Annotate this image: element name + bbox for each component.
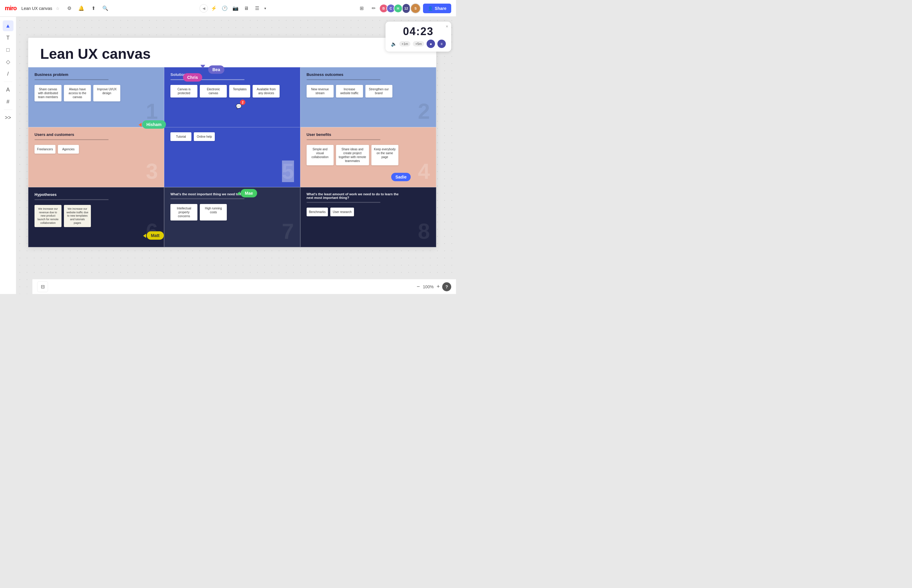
section-title-business-outcomes: Business outcomes: [307, 72, 430, 77]
canvas-grid: Business problem Share canvas with distr…: [28, 67, 436, 247]
section-line-4: [34, 139, 108, 140]
sticky-electronic-canvas[interactable]: Electronic canvas: [200, 85, 227, 97]
section-hypotheses: Hypotheses We increase our revenue due t…: [28, 187, 164, 247]
section-number-5: 5: [282, 160, 294, 182]
sticky-user-research[interactable]: User research: [330, 208, 354, 216]
sidebar-toggle-button[interactable]: ⊟: [37, 281, 48, 292]
sticky-tool[interactable]: ◇: [3, 57, 13, 67]
section-business-outcomes: Business outcomes New revenue stream Inc…: [300, 67, 436, 127]
sticky-simple-visual[interactable]: Simple and visual collaboration: [307, 145, 334, 165]
sticky-improve-uiux[interactable]: Improve UI/UX design: [93, 85, 120, 102]
chat-bubble[interactable]: 💬 2: [233, 101, 244, 111]
current-user-avatar[interactable]: S: [410, 3, 421, 13]
sticky-increase-traffic[interactable]: Increase website traffic: [336, 85, 363, 97]
matt-cursor-arrow: [143, 234, 146, 238]
sticky-canvas-protected[interactable]: Canvas is protected: [170, 85, 197, 97]
topbar-center-tools: ◀ ⚡ 🕐 📷 🖥 ☰ ▾: [200, 3, 267, 13]
zoom-in-button[interactable]: +: [436, 283, 440, 290]
sticky-freelancers[interactable]: Freelancers: [34, 145, 55, 153]
more-tools[interactable]: >>: [3, 112, 13, 123]
hisham-cursor-arrow: [139, 123, 142, 127]
section-line-5: [307, 139, 381, 140]
stickies-solution-ideas-2: Tutorial Online help: [170, 132, 294, 141]
timer-pause-button[interactable]: ⏸: [437, 40, 446, 48]
help-button[interactable]: ?: [442, 282, 451, 291]
document-title[interactable]: Lean UX canvas: [21, 6, 52, 11]
section-number-8: 8: [418, 221, 430, 242]
topbar-right: ⊞ ✏ B C H 12 S 👤 Share: [357, 3, 451, 13]
sticky-intellectual-property[interactable]: Intellectual property concerns: [170, 204, 197, 221]
list-button[interactable]: ☰: [252, 3, 262, 13]
font-tool[interactable]: A: [3, 84, 13, 95]
timer-display: 04:23: [403, 25, 434, 38]
sticky-new-revenue[interactable]: New revenue stream: [307, 85, 334, 97]
timer-controls: 🔈 +1m +5m ■ ⏸: [391, 40, 446, 48]
stop-icon: ■: [430, 42, 432, 45]
cursor-sadie-label: Sadie: [391, 173, 411, 181]
board-title: Lean UX canvas: [28, 38, 436, 67]
pen-tool[interactable]: /: [3, 68, 13, 79]
timer-add5-button[interactable]: +5m: [413, 41, 424, 47]
sticky-always-access[interactable]: Always have access to the canvas: [64, 85, 91, 102]
select-tool[interactable]: ▲: [3, 20, 13, 31]
search-button[interactable]: 🔍: [100, 3, 110, 13]
section-line-8: [307, 202, 381, 203]
mae-cursor-arrow: [237, 191, 240, 195]
screen-button[interactable]: 📷: [231, 3, 240, 13]
marker-button[interactable]: ✏: [369, 3, 379, 13]
sticky-strengthen-brand[interactable]: Strengthen our brand: [365, 85, 392, 97]
topbar: miro Lean UX canvas ☆ ⚙ 🔔 ⬆ 🔍 ◀ ⚡ 🕐 📷 🖥 …: [0, 0, 456, 17]
text-tool[interactable]: T: [3, 32, 13, 43]
section-number-3: 3: [146, 160, 158, 182]
sticky-keep-everybody[interactable]: Keep everybody on the same page: [371, 145, 399, 165]
timer-stop-button[interactable]: ■: [426, 40, 435, 48]
section-title-least-work: What's the least amount of work we need …: [307, 192, 405, 199]
timer-sound-icon[interactable]: 🔈: [391, 41, 397, 47]
section-line-7: [170, 198, 244, 199]
sticky-high-running-costs[interactable]: High running costs: [200, 204, 227, 221]
export-button[interactable]: ⬆: [89, 3, 98, 13]
section-title-users-customers: Users and customers: [34, 132, 158, 137]
stickies-hypotheses: We increase our revenue due to new produ…: [34, 205, 158, 227]
sticky-benchmarks[interactable]: Benchmarks: [307, 208, 328, 216]
share-button[interactable]: 👤 Share: [423, 3, 451, 13]
sticky-share-canvas[interactable]: Share canvas with distributed team membe…: [34, 85, 61, 102]
lean-ux-board: Lean UX canvas 💬 2 Bea Chris Hisham: [28, 38, 436, 247]
section-line-1: [34, 79, 108, 80]
lightning-button[interactable]: ⚡: [209, 3, 219, 13]
back-arrow[interactable]: ◀: [200, 4, 208, 13]
chat-badge-count: 2: [240, 100, 245, 105]
section-solution-ideas-bottom: Tutorial Online help 5: [164, 127, 300, 187]
sticky-share-ideas[interactable]: Share ideas and create project together …: [336, 145, 369, 165]
cursor-matt-label: Matt: [147, 231, 164, 240]
sticky-online-help[interactable]: Online help: [194, 132, 215, 141]
section-number-7: 7: [282, 221, 294, 242]
notifications-button[interactable]: 🔔: [76, 3, 86, 13]
section-number-2: 2: [418, 100, 430, 122]
sticky-traffic-templates[interactable]: We increase our website traffic due to n…: [64, 205, 91, 227]
sticky-revenue-launch[interactable]: We increase our revenue due to new produ…: [34, 205, 61, 227]
canvas-area[interactable]: × 04:23 🔈 +1m +5m ■ ⏸ Lean UX canvas 💬: [16, 17, 456, 294]
timer-add1-button[interactable]: +1m: [399, 41, 411, 47]
zoom-out-button[interactable]: −: [417, 283, 420, 290]
favorite-star[interactable]: ☆: [56, 6, 60, 11]
filter-button[interactable]: ⊞: [357, 3, 366, 13]
timer-button[interactable]: 🕐: [220, 3, 229, 13]
sticky-agencies[interactable]: Agencies: [58, 145, 79, 153]
stickies-business-problem: Share canvas with distributed team membe…: [34, 85, 158, 102]
zoom-level-display[interactable]: 100%: [422, 284, 434, 289]
left-toolbar: ▲ T □ ◇ / A # >>: [0, 17, 16, 294]
shape-tool[interactable]: □: [3, 44, 13, 55]
settings-button[interactable]: ⚙: [65, 3, 74, 13]
section-title-business-problem: Business problem: [34, 72, 158, 77]
stickies-least-work: Benchmarks User research: [307, 208, 430, 216]
avatar-count[interactable]: 12: [403, 4, 410, 13]
frame-tool[interactable]: #: [3, 96, 13, 107]
more-tools-button[interactable]: ▾: [263, 5, 267, 12]
timer-close-button[interactable]: ×: [446, 24, 448, 29]
sticky-tutorial[interactable]: Tutorial: [170, 132, 191, 141]
sticky-templates[interactable]: Templates: [229, 85, 250, 97]
sticky-available-devices[interactable]: Available from any devices: [253, 85, 279, 97]
present-button[interactable]: 🖥: [242, 3, 251, 13]
cursor-chris-label: Chris: [183, 73, 202, 82]
